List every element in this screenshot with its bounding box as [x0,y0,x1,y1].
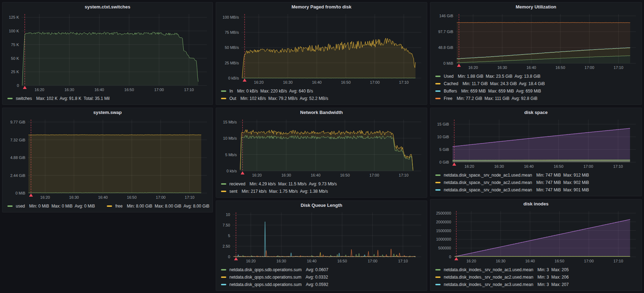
series-name: netdata.disk_space._srv_node_ac1.used.me… [444,173,532,178]
series-color-swatch[interactable] [221,90,226,92]
series-stats: Avg: 0.0607 [306,267,328,272]
chart-canvas[interactable]: 025 K50 K75 K100 K125 K16:2016:3016:4016… [5,11,210,93]
series-color-swatch[interactable] [7,98,13,99]
series-stats: Min: 1.88 GiB Max: 23.5 GiB Avg: 13.8 Gi… [458,74,540,79]
series-stats: Avg: 0.0332 [306,275,328,280]
legend-item[interactable]: netdata.disk_qops.sdd.operations.sumAvg:… [221,281,422,288]
chart-canvas[interactable]: 0 MiB2.44 GiB4.88 GiB7.32 GiB9.77 GiB16:… [5,117,210,201]
panel-memory-paged: Memory Paged from/to disk 0 kB/s25 MB/s5… [216,2,427,105]
legend-item[interactable]: netdata.disk_space._srv_node_ac3.used.me… [435,186,637,193]
legend-item[interactable]: sentMin: 217 kb/s Max: 1.75 Mb/s Avg: 1.… [221,187,422,195]
y-axis-tick-label: 25 K [11,70,19,74]
panel-system-swap: system.swap 0 MiB2.44 GiB4.88 GiB7.32 Gi… [2,108,213,212]
x-axis-tick-label: 16:30 [494,164,504,168]
y-axis-tick-label: 1500000 [436,229,451,233]
annotation-marker[interactable] [454,257,458,260]
series-color-swatch[interactable] [221,183,226,185]
series-color-swatch[interactable] [435,269,441,270]
annotation-marker[interactable] [457,64,461,67]
series-name: Buffers [444,89,457,94]
chart-canvas[interactable]: 0 MiB48.8 GiB97.7 GiB146 GiB16:2016:3016… [432,11,639,71]
legend-item[interactable]: netdata.disk_space._srv_node_ac2.used.me… [435,179,637,186]
x-axis-tick-label: 16:50 [340,173,350,177]
series-stats: Min: 4.29 kb/s Max: 11.5 Mb/s Avg: 9.73 … [249,181,337,186]
x-axis-tick-label: 17:00 [368,259,378,263]
series-color-swatch[interactable] [221,98,226,99]
panel-title[interactable]: Memory Paged from/to disk [216,2,427,11]
legend-item[interactable]: netdata.disk_space._srv_node_ac1.used.me… [435,171,637,179]
series-name: recieved [229,181,245,186]
series-color-swatch[interactable] [435,276,441,278]
x-axis-tick-label: 16:30 [496,259,506,263]
chart-legend: netdata.disk_qops.sdb.operations.sumAvg:… [216,265,427,291]
annotation-marker[interactable] [29,193,33,197]
series-switches [22,32,198,85]
chart-canvas[interactable]: 0500000100000015000002000000250000016:20… [432,208,639,265]
legend-item[interactable]: netdata.disk_inodes._srv_node_ac2.used.m… [435,273,637,281]
series-color-swatch[interactable] [435,182,441,183]
legend-item[interactable]: switchesMax: 102 K Avg: 91.8 K Total: 35… [7,95,208,102]
legend-item[interactable]: BuffersMin: 659 MiB Max: 659 MiB Avg: 65… [435,87,637,95]
legend-item[interactable]: UsedMin: 1.88 GiB Max: 23.5 GiB Avg: 13.… [435,72,637,80]
legend-item[interactable]: netdata.disk_inodes._srv_node_ac1.used.m… [435,266,637,273]
annotation-marker[interactable] [23,86,27,89]
legend-item[interactable]: recievedMin: 4.29 kb/s Max: 11.5 Mb/s Av… [221,180,422,187]
panel-title[interactable]: disk inodes [430,199,642,208]
series-color-swatch[interactable] [435,174,441,176]
chart-canvas[interactable]: 0 GiB5 GiB10 GiB15 GiB16:2016:3016:4016:… [432,117,639,170]
line-chart: 025 K50 K75 K100 K125 K16:2016:3016:4016… [5,11,210,93]
series-name: Out [229,96,236,101]
annotation-marker[interactable] [234,257,238,260]
chart-canvas[interactable]: 02.5057.501016:2016:3016:4016:5017:0017:… [218,210,425,265]
line-chart: 0 MiB2.44 GiB4.88 GiB7.32 GiB9.77 GiB16:… [5,117,210,201]
legend-item[interactable]: usedMin: 0 MiB Max: 0 MiB Avg: 0 MiB [7,202,95,210]
legend-item[interactable]: netdata.disk_qops.sdc.operations.sumAvg:… [221,273,422,281]
legend-item[interactable]: OutMin: 102 kB/s Max: 79.2 MB/s Avg: 52.… [221,95,422,102]
y-axis-tick-label: 0 [449,255,451,259]
panel-title[interactable]: system.swap [2,108,213,117]
annotation-marker[interactable] [452,163,456,166]
x-axis-tick-label: 16:40 [98,195,108,199]
series-color-swatch[interactable] [435,83,441,84]
legend-item[interactable]: netdata.disk_inodes._srv_node_ac3.used.m… [435,281,637,288]
legend-item[interactable]: InMin: 0 kB/s Max: 220 kB/s Avg: 640 B/s [221,87,422,95]
series-name: netdata.disk_space._srv_node_ac2.used.me… [444,180,532,185]
series-color-swatch[interactable] [221,276,226,278]
legend-item[interactable]: freeMin: 8.00 GiB Max: 8.00 GiB Avg: 8.0… [107,202,209,210]
series-name: Cached [444,81,458,86]
y-axis-tick-label: 0 [17,83,19,88]
series-color-swatch[interactable] [435,98,441,99]
series-color-swatch[interactable] [221,284,226,285]
series-name: used [16,204,25,209]
spike [373,254,375,257]
panel-title[interactable]: Disk Queue Length [216,201,427,210]
x-axis-tick-label: 16:30 [277,259,286,263]
series-stats: Min: 3 Max: 206 [538,275,569,280]
series-stats: Min: 3 Max: 205 [538,267,569,272]
legend-item[interactable]: netdata.disk_qops.sdb.operations.sumAvg:… [221,266,422,273]
panel-title[interactable]: Memory Utilization [430,2,642,11]
series-color-swatch[interactable] [107,205,112,207]
x-axis-tick-label: 16:20 [468,65,478,70]
series-stats: Avg: 0.0592 [306,282,328,287]
series-color-swatch[interactable] [435,189,441,191]
x-axis-tick-label: 17:10 [185,195,195,199]
chart-canvas[interactable]: 0 kb/s5 Mb/s10 Mb/s15 Mb/s16:2016:3016:4… [218,117,425,179]
series-color-swatch[interactable] [221,269,226,270]
y-axis-tick-label: 0 kb/s [227,169,237,173]
legend-item[interactable]: FreeMin: 77.2 GiB Max: 111 GiB Avg: 92.8… [435,95,637,102]
panel-title[interactable]: system.ctxt.switches [2,2,213,11]
series-color-swatch[interactable] [435,90,441,92]
series-color-swatch[interactable] [435,76,441,77]
series-color-swatch[interactable] [221,191,226,192]
panel-title[interactable]: Network Bandwidth [216,108,427,117]
annotation-marker[interactable] [243,78,247,82]
series-color-swatch[interactable] [435,284,441,285]
series-color-swatch[interactable] [7,205,13,207]
chart-legend: recievedMin: 4.29 kb/s Max: 11.5 Mb/s Av… [216,179,427,197]
annotation-marker[interactable] [241,171,245,174]
chart-canvas[interactable]: 0 kB/s25 MB/s50 MB/s75 MB/s100 MB/s16:20… [218,11,425,86]
y-axis-tick-label: 10 [226,212,230,217]
panel-title[interactable]: disk space [430,108,642,117]
legend-item[interactable]: CachedMin: 11.7 GiB Max: 24.3 GiB Avg: 1… [435,80,637,87]
